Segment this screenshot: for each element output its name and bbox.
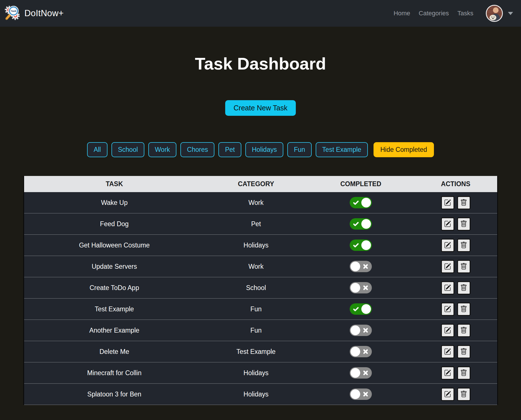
toggle-knob[interactable] — [361, 219, 371, 229]
edit-task-button[interactable] — [441, 345, 454, 358]
filter-button-test-example[interactable]: Test Example — [316, 142, 368, 157]
actions-cell — [414, 239, 497, 252]
delete-task-button[interactable] — [457, 324, 471, 337]
edit-task-button[interactable] — [441, 196, 454, 209]
toggle-knob[interactable] — [351, 347, 360, 356]
trash-icon — [460, 369, 467, 376]
actions-cell — [414, 324, 497, 337]
x-icon — [362, 348, 369, 355]
x-icon — [362, 263, 369, 270]
delete-task-button[interactable] — [457, 196, 471, 209]
edit-task-button[interactable] — [441, 217, 454, 231]
completed-toggle[interactable] — [350, 282, 372, 293]
edit-task-button[interactable] — [441, 388, 454, 401]
table-row: Splatoon 3 for BenHolidays — [24, 384, 497, 405]
task-cell: Update Servers — [24, 263, 205, 270]
filter-button-fun[interactable]: Fun — [287, 142, 312, 157]
nav-link-tasks[interactable]: Tasks — [457, 10, 473, 17]
edit-icon — [444, 369, 451, 376]
delete-task-button[interactable] — [457, 239, 471, 252]
task-cell: Delete Me — [24, 348, 205, 356]
nav-link-home[interactable]: Home — [394, 10, 410, 17]
delete-task-button[interactable] — [457, 345, 471, 358]
nav-link-categories[interactable]: Categories — [419, 10, 449, 17]
task-cell: Splatoon 3 for Ben — [24, 390, 205, 398]
edit-icon — [444, 327, 451, 334]
task-cell: Another Example — [24, 327, 205, 334]
x-icon — [362, 285, 369, 291]
filter-button-holidays[interactable]: Holidays — [245, 142, 283, 157]
completed-toggle[interactable] — [350, 388, 372, 400]
edit-task-button[interactable] — [441, 239, 454, 252]
task-cell: Feed Dog — [24, 220, 205, 228]
trash-icon — [460, 220, 467, 227]
edit-task-button[interactable] — [441, 260, 454, 273]
user-avatar[interactable] — [486, 5, 503, 22]
completed-toggle[interactable] — [350, 240, 372, 251]
trash-icon — [460, 306, 467, 312]
toggle-knob[interactable] — [351, 283, 360, 293]
delete-task-button[interactable] — [457, 388, 471, 401]
delete-task-button[interactable] — [457, 217, 471, 231]
create-new-task-button[interactable]: Create New Task — [225, 100, 296, 116]
account-menu[interactable] — [486, 5, 513, 22]
task-cell: Get Halloween Costume — [24, 242, 205, 249]
delete-task-button[interactable] — [457, 303, 471, 316]
brand-name: DoItNow+ — [24, 8, 64, 18]
actions-cell — [414, 366, 497, 380]
edit-icon — [444, 306, 451, 312]
actions-cell — [414, 345, 497, 358]
completed-toggle[interactable] — [350, 303, 372, 315]
filter-button-school[interactable]: School — [111, 142, 144, 157]
completed-cell — [307, 346, 414, 357]
task-cell: Minecraft for Collin — [24, 369, 205, 377]
category-cell: Fun — [205, 305, 307, 313]
header-task: TASK — [24, 180, 205, 188]
actions-cell — [414, 260, 497, 273]
actions-cell — [414, 388, 497, 401]
edit-icon — [444, 220, 451, 227]
brand[interactable]: Task DoItNow+ — [5, 5, 64, 22]
toggle-knob[interactable] — [351, 262, 360, 271]
completed-toggle[interactable] — [350, 325, 372, 336]
page-title: Task Dashboard — [0, 54, 521, 74]
svg-text:Task: Task — [11, 10, 16, 12]
completed-toggle[interactable] — [350, 197, 372, 208]
edit-icon — [444, 263, 451, 270]
trash-icon — [460, 199, 467, 206]
edit-task-button[interactable] — [441, 303, 454, 316]
trash-icon — [460, 242, 467, 249]
category-filter-bar: AllSchoolWorkChoresPetHolidaysFunTest Ex… — [0, 142, 521, 157]
edit-task-button[interactable] — [441, 281, 454, 295]
toggle-knob[interactable] — [351, 368, 360, 378]
filter-button-all[interactable]: All — [87, 142, 107, 157]
completed-toggle[interactable] — [350, 346, 372, 357]
chevron-down-icon[interactable] — [508, 12, 513, 15]
toggle-knob[interactable] — [361, 198, 371, 207]
filter-button-pet[interactable]: Pet — [218, 142, 241, 157]
toggle-knob[interactable] — [361, 304, 371, 314]
edit-task-button[interactable] — [441, 324, 454, 337]
table-row: Another ExampleFun — [24, 320, 497, 341]
completed-toggle[interactable] — [350, 261, 372, 272]
toggle-knob[interactable] — [361, 240, 371, 250]
filter-button-work[interactable]: Work — [148, 142, 176, 157]
filter-button-chores[interactable]: Chores — [180, 142, 214, 157]
toggle-knob[interactable] — [351, 389, 360, 399]
trash-icon — [460, 327, 467, 334]
category-cell: Fun — [205, 327, 307, 334]
delete-task-button[interactable] — [457, 260, 471, 273]
delete-task-button[interactable] — [457, 281, 471, 295]
category-cell: Holidays — [205, 390, 307, 398]
main-content: Task Dashboard Create New Task AllSchool… — [0, 54, 521, 405]
toggle-knob[interactable] — [351, 326, 360, 335]
x-icon — [362, 327, 369, 333]
check-icon — [353, 242, 359, 248]
task-table: TASK CATEGORY COMPLETED ACTIONS Wake UpW… — [23, 176, 498, 405]
delete-task-button[interactable] — [457, 366, 471, 380]
completed-toggle[interactable] — [350, 367, 372, 379]
task-cell: Create ToDo App — [24, 284, 205, 292]
hide-completed-button[interactable]: Hide Completed — [374, 142, 434, 157]
completed-toggle[interactable] — [350, 218, 372, 230]
edit-task-button[interactable] — [441, 366, 454, 380]
